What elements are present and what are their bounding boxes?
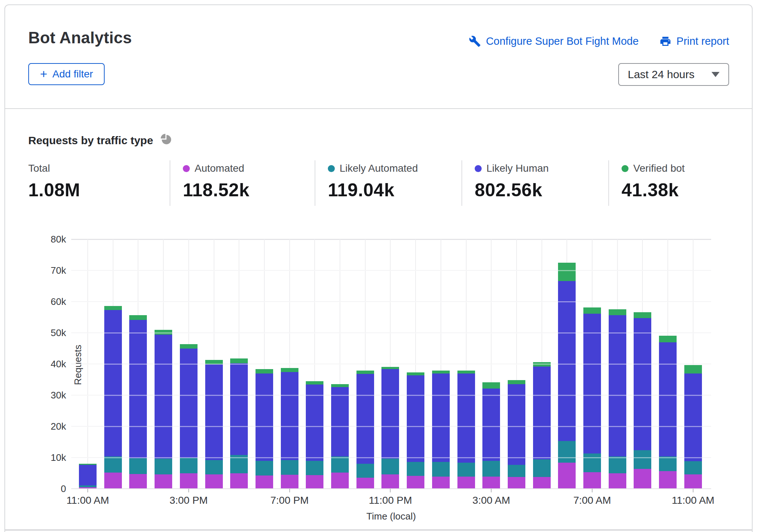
bar-segment-likely-human [306, 385, 323, 460]
bar-stack-3-00-PM[interactable] [180, 344, 198, 489]
bottom-divider [5, 529, 752, 531]
print-report-link[interactable]: Print report [659, 35, 729, 47]
configure-super-bot-fight-mode-link[interactable]: Configure Super Bot Fight Mode [469, 35, 639, 47]
bar-stack-4-00-PM[interactable] [205, 360, 223, 489]
bar-segment-automated [256, 475, 273, 489]
y-tick-label: 80k [15, 234, 66, 245]
stat-verified-bot: Verified bot 41.38k [608, 160, 723, 206]
x-tick-label: 11:00 AM [40, 495, 135, 506]
bar-segment-likely-automated [306, 461, 323, 475]
bar-segment-likely-human [205, 364, 223, 460]
bar-stack-5-00-AM[interactable] [533, 362, 551, 489]
x-tick-mark [693, 489, 693, 492]
bar-stack-6-00-PM[interactable] [256, 369, 273, 489]
bar-stack-9-00-PM[interactable] [331, 384, 349, 489]
bar-segment-automated [381, 474, 399, 489]
stat-label: Likely Human [486, 163, 549, 174]
bar-stack-6-00-AM[interactable] [558, 263, 576, 489]
bar-segment-likely-human [609, 315, 626, 456]
x-tick-label: 3:00 PM [141, 495, 236, 506]
add-filter-button[interactable]: + Add filter [28, 63, 105, 85]
bar-segment-automated [104, 473, 122, 489]
time-range-value: Last 24 hours [628, 68, 695, 81]
chevron-down-icon [711, 72, 720, 77]
x-tick-label: 11:00 PM [343, 495, 438, 506]
bar-segment-likely-human [104, 310, 122, 456]
stat-automated: Automated 118.52k [170, 160, 315, 206]
bar-stack-1-00-PM[interactable] [129, 315, 147, 489]
stat-value: 802.56k [475, 179, 608, 201]
stat-label: Likely Automated [340, 163, 418, 174]
y-tick-label: 70k [15, 265, 66, 276]
bar-segment-likely-human [281, 372, 298, 460]
bar-segment-likely-human [407, 375, 424, 462]
bar-segment-automated [205, 474, 223, 489]
stat-value: 41.38k [622, 179, 723, 201]
bar-stack-10-00-PM[interactable] [356, 371, 374, 489]
bar-segment-automated [659, 471, 677, 489]
bar-segment-automated [356, 478, 374, 489]
bar-segment-verified-bot [634, 312, 651, 318]
bar-stack-10-00-AM[interactable] [659, 336, 677, 489]
bar-stack-1-00-AM[interactable] [432, 371, 450, 489]
bot-analytics-page: Bot Analytics Configure Super Bot Fight … [0, 0, 757, 532]
stat-likely-human: Likely Human 802.56k [461, 160, 608, 206]
bar-segment-verified-bot [659, 336, 677, 342]
bar-stack-5-00-PM[interactable] [230, 358, 248, 489]
printer-icon [659, 35, 671, 47]
bar-segment-likely-automated [508, 465, 525, 477]
bar-segment-likely-automated [205, 460, 223, 474]
stat-value: 1.08M [28, 179, 170, 201]
bar-stack-7-00-AM[interactable] [583, 307, 601, 489]
bar-segment-automated [331, 473, 349, 489]
bar-segment-likely-human [533, 367, 551, 459]
legend-dot [622, 165, 629, 172]
x-tick-mark [390, 489, 391, 492]
legend-dot [183, 165, 190, 172]
y-tick-label: 40k [15, 358, 66, 370]
bar-stack-3-00-AM[interactable] [482, 382, 500, 489]
bar-stack-9-00-AM[interactable] [634, 312, 651, 489]
bar-segment-verified-bot [432, 371, 450, 374]
bar-segment-likely-human [684, 374, 702, 462]
bar-stack-8-00-PM[interactable] [306, 381, 323, 489]
bar-segment-likely-automated [558, 441, 576, 463]
header-divider [5, 108, 752, 109]
bar-segment-likely-automated [356, 464, 374, 478]
bar-segment-likely-human [482, 389, 500, 461]
time-range-select[interactable]: Last 24 hours [618, 63, 729, 86]
bar-segment-likely-human [508, 384, 525, 464]
bar-segment-likely-human [180, 349, 198, 458]
section-title-text: Requests by traffic type [28, 134, 153, 147]
header-links: Configure Super Bot Fight Mode Print rep… [469, 35, 729, 47]
bar-segment-verified-bot [558, 263, 576, 281]
bar-segment-likely-automated [659, 456, 677, 471]
bar-segment-likely-human [558, 281, 576, 441]
legend-dot [328, 165, 335, 172]
bar-segment-verified-bot [407, 372, 424, 376]
bar-stack-4-00-AM[interactable] [508, 380, 525, 489]
requests-chart-plot: Requests 010k20k30k40k50k60k70k80k 11:00… [71, 239, 711, 489]
bar-segment-likely-automated [381, 459, 399, 474]
bar-segment-automated [155, 474, 172, 489]
bar-segment-verified-bot [583, 307, 601, 314]
bar-stack-12-00-AM[interactable] [407, 372, 424, 489]
bar-segment-likely-human [381, 369, 399, 459]
bar-segment-likely-automated [155, 459, 172, 474]
bar-stack-11-00-PM[interactable] [381, 367, 399, 489]
bar-stack-2-00-AM[interactable] [457, 371, 475, 489]
bar-segment-likely-automated [482, 461, 500, 477]
bar-segment-likely-automated [281, 460, 298, 475]
bar-stack-7-00-PM[interactable] [281, 368, 298, 489]
bar-segment-verified-bot [508, 380, 525, 384]
bar-segment-verified-bot [230, 358, 248, 364]
bar-segment-automated [281, 475, 298, 489]
bar-segment-likely-human [230, 363, 248, 455]
bar-stack-2-00-PM[interactable] [155, 330, 172, 489]
bar-segment-verified-bot [381, 367, 399, 369]
bar-segment-automated [609, 473, 626, 489]
bar-segment-automated [180, 473, 198, 489]
bar-stack-11-00-AM[interactable] [79, 464, 97, 489]
bar-stack-8-00-AM[interactable] [609, 309, 626, 489]
configure-link-label: Configure Super Bot Fight Mode [486, 35, 639, 47]
